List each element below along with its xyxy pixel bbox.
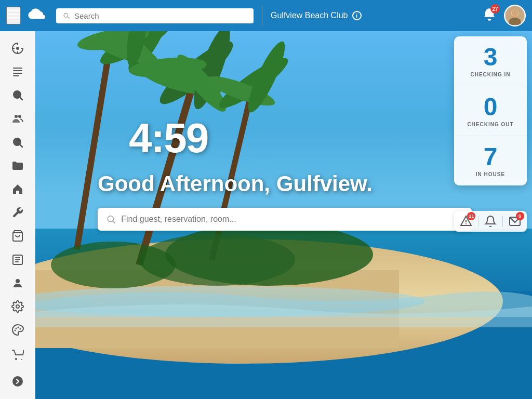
sidebar-item-advanced-search[interactable] <box>4 131 31 153</box>
checking-in-label: CHECKING IN <box>459 72 522 77</box>
in-house-label: IN HOUSE <box>459 171 522 177</box>
greeting-text: Good Afternoon, Gulfview. <box>98 171 373 196</box>
in-house-value: 7 <box>459 144 522 169</box>
sidebar-item-reports[interactable] <box>4 61 31 82</box>
info-icon[interactable]: i <box>352 11 362 20</box>
svg-point-7 <box>16 47 19 50</box>
checking-out-stat: 0 CHECKING OUT <box>454 86 527 136</box>
checking-in-stat: 3 CHECKING IN <box>454 36 527 86</box>
mail-notification[interactable]: 6 <box>509 215 521 228</box>
sidebar-item-shopping[interactable] <box>4 225 31 247</box>
svg-rect-2 <box>7 17 20 19</box>
svg-point-31 <box>21 359 22 360</box>
svg-point-29 <box>17 327 19 328</box>
sidebar-item-guests[interactable] <box>4 108 31 129</box>
header: Gulfview Beach Club i 27 <box>0 0 532 31</box>
svg-rect-8 <box>13 68 22 69</box>
user-avatar[interactable] <box>504 5 526 26</box>
notification-badge: 27 <box>490 4 500 14</box>
mail-badge: 6 <box>516 212 524 220</box>
notif-divider-2 <box>502 216 503 227</box>
svg-point-63 <box>466 223 467 224</box>
svg-point-14 <box>15 115 18 118</box>
main-search-bar[interactable] <box>98 208 472 231</box>
svg-line-17 <box>20 144 22 147</box>
alerts-notification[interactable]: 21 <box>460 215 472 228</box>
sidebar-item-person[interactable] <box>4 272 31 294</box>
svg-rect-1 <box>7 14 20 15</box>
main-content: 4:59 Good Afternoon, Gulfview. 3 CHECKIN… <box>35 31 532 399</box>
checking-in-value: 3 <box>459 45 522 70</box>
sidebar-item-next[interactable] <box>4 370 31 393</box>
svg-point-28 <box>15 328 17 329</box>
sidebar-item-search[interactable] <box>4 84 31 105</box>
property-name: Gulfview Beach Club i <box>271 11 482 20</box>
svg-line-61 <box>113 221 115 223</box>
header-right-icons: 27 <box>482 5 526 26</box>
svg-rect-0 <box>7 10 20 11</box>
header-search-bar[interactable] <box>56 8 254 23</box>
svg-rect-22 <box>15 257 20 258</box>
svg-point-27 <box>14 330 16 331</box>
sidebar-item-home[interactable] <box>4 178 31 200</box>
svg-point-59 <box>51 242 176 288</box>
menu-button[interactable] <box>6 7 21 24</box>
main-search-input[interactable] <box>121 215 463 224</box>
sidebar-item-cart[interactable] <box>4 343 31 366</box>
sidebar-bottom <box>4 342 31 394</box>
svg-point-25 <box>16 279 20 283</box>
in-house-stat: 7 IN HOUSE <box>454 136 527 185</box>
clock-display: 4:59 <box>129 114 208 162</box>
svg-rect-11 <box>13 75 19 76</box>
bell-notification[interactable] <box>484 215 497 228</box>
notif-divider-1 <box>478 216 478 227</box>
svg-point-15 <box>18 115 21 118</box>
main-search-icon <box>106 214 116 224</box>
sidebar-item-folders[interactable] <box>4 155 31 176</box>
svg-point-30 <box>19 328 21 330</box>
svg-line-13 <box>20 98 22 100</box>
svg-rect-9 <box>13 70 22 71</box>
sidebar <box>0 31 35 399</box>
checking-out-label: CHECKING OUT <box>459 122 522 127</box>
alerts-badge: 21 <box>467 212 475 220</box>
svg-rect-23 <box>15 259 20 260</box>
notification-bell[interactable]: 27 <box>482 7 497 24</box>
notification-bar: 21 6 <box>454 211 527 232</box>
sidebar-item-settings[interactable] <box>4 296 31 317</box>
sidebar-item-tools[interactable] <box>4 202 31 223</box>
sidebar-item-palette[interactable] <box>4 320 31 341</box>
sidebar-item-tasks[interactable] <box>4 249 31 270</box>
header-search-icon <box>62 11 70 20</box>
sidebar-item-dashboard[interactable] <box>4 37 31 59</box>
svg-rect-24 <box>15 261 19 262</box>
svg-point-6 <box>512 9 518 16</box>
header-search-input[interactable] <box>74 11 247 20</box>
header-divider <box>262 5 262 26</box>
checking-out-value: 0 <box>459 95 522 119</box>
svg-point-26 <box>16 305 19 308</box>
svg-rect-10 <box>13 73 22 74</box>
logo[interactable] <box>27 7 48 24</box>
stats-panel: 3 CHECKING IN 0 CHECKING OUT 7 IN HOUSE <box>454 36 527 185</box>
